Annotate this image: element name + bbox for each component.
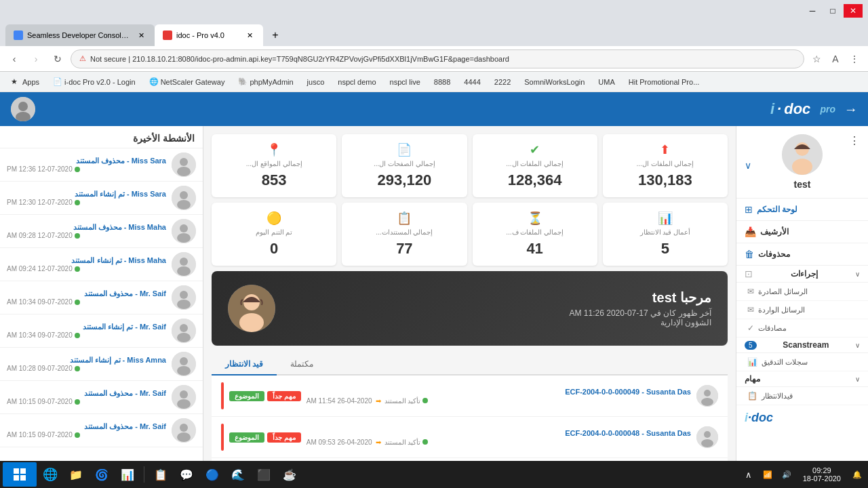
doc-arrow-1: ➡ [376, 397, 381, 405]
taskbar-edge2-icon[interactable]: 🌊 [226, 462, 250, 487]
settings-icon[interactable]: ⋮ [846, 51, 863, 67]
sidebar-outgoing[interactable]: الرسائل الصادرة ✉ [736, 283, 868, 301]
start-button[interactable] [3, 462, 37, 487]
taskbar-notification-icon[interactable]: 🔔 [849, 466, 865, 483]
taskbar-app1-icon[interactable]: 📋 [149, 462, 173, 487]
translate-icon[interactable]: A [827, 51, 844, 67]
taskbar-up-icon[interactable]: ∧ [741, 466, 757, 483]
activity-item-8[interactable]: Mr. Saif - محذوف المستند 09-07-2020 10:1… [0, 381, 203, 414]
activity-item-2[interactable]: Miss Sara - تم إنشاء المستند 12-07-2020 … [0, 182, 203, 215]
stat-icon-pages: 📄 [350, 142, 458, 157]
star-icon[interactable]: ☆ [808, 51, 825, 67]
activity-info-6: Mr. Saif - تم إنشاء المستند 09-07-2020 1… [7, 323, 166, 339]
taskbar-java-icon[interactable]: ☕ [277, 462, 302, 487]
activity-avatar-5 [172, 285, 196, 310]
doc-date-1: تأكيد المستند ➡ 26-04-2020 11:54 AM [307, 397, 691, 405]
not-secure-icon: ⚠ [79, 54, 86, 63]
tab-pending[interactable]: قيد الانتظار [212, 354, 277, 375]
activity-item-7[interactable]: Miss Amna - تم إنشاء المستند 09-07-2020 … [0, 348, 203, 381]
sidebar-menu-icon[interactable]: ⋮ [849, 134, 860, 147]
sidebar-item-dashboard[interactable]: لوحة التحكم ⊞ [736, 199, 868, 221]
bookmark-nspcl-live[interactable]: nspcl live [384, 76, 426, 88]
sidebar-expand-icon[interactable]: ∨ [745, 160, 751, 171]
stat-label-files-pending: إجمالي الملفات ف... [481, 228, 589, 236]
bookmark-nspcl-demo[interactable]: nspcl demo [332, 76, 381, 88]
activity-item-6[interactable]: Mr. Saif - تم إنشاء المستند 09-07-2020 1… [0, 314, 203, 348]
sidebar-section-scanstream[interactable]: ∨ Scanstream 5 [736, 338, 868, 353]
activity-item-5[interactable]: Mr. Saif - محذوف المستند 09-07-2020 10:3… [0, 281, 203, 314]
sidebar-queue[interactable]: قيدالانتظار 📋 [736, 387, 868, 405]
doc-item-2[interactable]: ECF-2004-0-0-000048 - Susanta Das تأكيد … [212, 417, 728, 458]
sidebar-section-actions[interactable]: ∨ إجراءات ⊡ [736, 266, 868, 283]
activity-item-9[interactable]: Mr. Saif - محذوف المستند 09-07-2020 10:1… [0, 414, 203, 447]
taskbar-separator [144, 466, 144, 483]
bookmark-uma[interactable]: UMA [593, 76, 620, 88]
sidebar-certify[interactable]: مصادقات ✓ [736, 319, 868, 338]
taskbar-explorer-icon[interactable]: 📁 [64, 462, 88, 487]
bookmark-netscaler[interactable]: 🌐 NetScaler Gateway [144, 75, 231, 89]
taskbar-edge-icon[interactable]: 🌀 [90, 462, 114, 487]
activity-date-1: 12-07-2020 12:36 PM [7, 165, 166, 173]
close-button[interactable]: ✕ [844, 4, 863, 18]
bookmark-4444[interactable]: 4444 [458, 76, 486, 88]
tab-complete[interactable]: مكتملة [277, 354, 327, 375]
activity-info-5: Mr. Saif - محذوف المستند 09-07-2020 10:3… [7, 289, 166, 306]
refresh-button[interactable]: ↻ [49, 50, 66, 68]
bookmark-8888[interactable]: 8888 [429, 76, 456, 88]
bookmark-phpmyadmin-label: phpMyAdmin [250, 78, 293, 86]
doc-item-1[interactable]: ECF-2004-0-0-000049 - Susanta Das تأكيد … [212, 375, 728, 417]
incoming-label: الرسائل الواردة [758, 306, 805, 314]
activity-date-5: 09-07-2020 10:34 AM [7, 298, 166, 306]
tab-close-2[interactable]: ✕ [244, 30, 255, 41]
new-tab-button[interactable]: + [266, 26, 285, 45]
incoming-icon: ✉ [747, 305, 754, 314]
taskbar-chrome-icon[interactable]: 🔵 [200, 462, 224, 487]
sidebar-section-important[interactable]: ∨ مهام [736, 371, 868, 387]
tab-close-1[interactable]: ✕ [136, 30, 146, 41]
svg-point-13 [180, 258, 188, 266]
stat-value-docs: 77 [350, 240, 458, 258]
stats-row-1: 📍 إجمالي المواقع ال... 853 📄 إجمالي الصف… [212, 134, 728, 197]
svg-point-22 [180, 357, 188, 365]
dashboard-icon: ⊞ [745, 204, 753, 215]
jusco-label: jusco [307, 78, 325, 86]
stat-value-files-red: 130,183 [611, 171, 719, 189]
doc-priority-bar-1 [221, 382, 224, 409]
taskbar-volume-icon[interactable]: 🔊 [778, 466, 795, 483]
bookmark-2222[interactable]: 2222 [489, 76, 516, 88]
tab-seamless[interactable]: Seamless Developer Console v1... ✕ [5, 24, 155, 46]
bookmark-jusco[interactable]: jusco [302, 76, 330, 88]
taskbar-network-icon[interactable]: 📶 [760, 466, 776, 483]
activity-item-4[interactable]: Miss Maha - تم إنشاء المستند 12-07-2020 … [0, 248, 203, 281]
bookmark-hit[interactable]: Hit Promotional Pro... [623, 76, 705, 88]
taskbar-teams-icon[interactable]: 💬 [174, 462, 199, 487]
url-bar[interactable]: ⚠ Not secure | 210.18.10.21:8080/idoc-pr… [71, 49, 804, 68]
back-button[interactable]: ‹ [5, 50, 23, 68]
nav-avatar[interactable] [11, 97, 35, 121]
tab-idoc[interactable]: idoc - Pro v4.0 ✕ [155, 24, 263, 46]
stats-row-2: 🟡 تم التنم اليوم 0 📋 إجمالي المستندات...… [212, 203, 728, 266]
doc-badge-subject-2: الموضوع [229, 432, 264, 443]
bookmark-apps[interactable]: ★ Apps [5, 75, 45, 89]
bookmark-phpmyadmin[interactable]: 🐘 phpMyAdmin [233, 75, 298, 89]
sidebar-audit[interactable]: سجلات التدقيق 📊 [736, 353, 868, 371]
sidebar-item-archive[interactable]: الأرشيف 📥 [736, 221, 868, 243]
main-layout: الأنشطة الأخيرة Miss Sara - محذوف المستن… [0, 126, 868, 488]
maximize-button[interactable]: □ [823, 4, 842, 18]
taskbar-excel-icon[interactable]: 📊 [115, 462, 140, 487]
forward-button[interactable]: › [27, 50, 45, 68]
activity-item-3[interactable]: Miss Maha - محذوف المستند 12-07-2020 09:… [0, 215, 203, 248]
activity-action-4: Miss Maha - تم إنشاء المستند [7, 256, 166, 265]
activity-item-1[interactable]: Miss Sara - محذوف المستند 12-07-2020 12:… [0, 148, 203, 182]
bookmark-somniworks[interactable]: SomniWorksLogin [519, 76, 590, 88]
activity-info-4: Miss Maha - تم إنشاء المستند 12-07-2020 … [7, 256, 166, 272]
sidebar-item-deleted[interactable]: محذوفات 🗑 [736, 243, 868, 266]
doc-info-1: ECF-2004-0-0-000049 - Susanta Das تأكيد … [307, 388, 691, 405]
sidebar-incoming[interactable]: الرسائل الواردة ✉ [736, 301, 868, 319]
taskbar-time: 09:29 18-07-2020 [797, 466, 846, 483]
taskbar-ie-icon[interactable]: 🌐 [38, 462, 62, 487]
taskbar-cmd-icon[interactable]: ⬛ [252, 462, 276, 487]
audit-label: سجلات التدقيق [762, 358, 808, 367]
bookmark-idoc-login[interactable]: 📄 i-doc Pro v2.0 - Login [47, 75, 141, 89]
minimize-button[interactable]: ─ [803, 4, 822, 18]
